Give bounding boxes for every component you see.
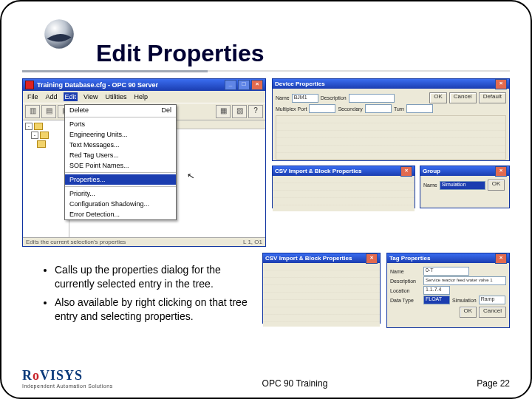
ok-button[interactable]: OK [429, 92, 447, 103]
divider-accent [22, 70, 208, 72]
group-name-input[interactable]: Simulation [440, 182, 468, 187]
toolbar-icon[interactable]: ▤ [41, 105, 56, 118]
default-button[interactable]: Default [479, 92, 506, 103]
footer-page: Page 22 [477, 378, 510, 389]
close-button[interactable]: × [366, 253, 378, 264]
group-dialog: Group× Name Simulation OK [420, 166, 510, 208]
close-button[interactable]: × [495, 253, 507, 264]
tree-pane: - - [23, 120, 69, 237]
menu-utilities[interactable]: Utilities [103, 92, 128, 101]
close-button[interactable]: × [400, 166, 412, 177]
menu-item[interactable]: SOE Point Names... [65, 160, 176, 171]
bullet-item: Also available by right clicking on that… [55, 296, 256, 324]
rovisys-logo: RoVISYS Independent Automation Solutions [22, 368, 113, 389]
toolbar-icon[interactable]: ▧ [232, 105, 247, 118]
name-input[interactable]: BJM1 [292, 94, 318, 103]
menu-item[interactable]: Configuration Shadowing... [65, 199, 176, 209]
secondary-input[interactable] [365, 104, 392, 113]
menu-item-delete[interactable]: Delete Del [65, 105, 176, 115]
toolbar-icon[interactable]: ▥ [25, 105, 40, 118]
minimize-button[interactable]: _ [225, 80, 236, 90]
expand-icon[interactable]: - [25, 123, 33, 130]
tag-type-input[interactable]: FLOAT [424, 296, 443, 301]
cancel-button[interactable]: Cancel [449, 92, 477, 103]
sphere-logo [43, 18, 75, 50]
maximize-button[interactable]: □ [238, 80, 250, 90]
dialog-title: CSV Import & Block Properties [265, 255, 352, 262]
dialog-title: Group [423, 168, 440, 174]
help-icon[interactable]: ? [248, 105, 263, 118]
footer: RoVISYS Independent Automation Solutions… [22, 368, 510, 389]
menu-item[interactable]: Text Messages... [65, 140, 176, 150]
device-properties-dialog: Device Properties × Name BJM1 Descriptio… [272, 78, 510, 161]
menu-help[interactable]: Help [132, 92, 149, 101]
dialog-title: CSV Import & Block Properties [275, 168, 361, 174]
dialog-title: Tag Properties [389, 255, 430, 262]
tag-sim-input[interactable]: Ramp [479, 296, 505, 304]
menu-view[interactable]: View [82, 92, 99, 101]
close-button[interactable]: × [495, 79, 507, 89]
desc-input[interactable] [349, 94, 395, 103]
edit-dropdown: Delete Del PortsEngineering Units...Text… [64, 104, 177, 220]
app-icon [25, 81, 34, 89]
tag-desc-input[interactable]: Service reactor feed water valve 1 [423, 276, 506, 285]
window-title: Training Database.cfg - OPC 90 Server [37, 81, 158, 89]
status-pos: L 1, O1 [243, 239, 262, 245]
status-bar: Edits the current selection's properties… [23, 237, 265, 246]
ok-button[interactable]: OK [460, 307, 477, 318]
menu-file[interactable]: File [26, 92, 40, 101]
right-shots: Device Properties × Name BJM1 Descriptio… [272, 78, 510, 247]
ok-button[interactable]: OK [488, 180, 505, 191]
device-options-area [276, 115, 506, 160]
toolbar-icon[interactable]: ▦ [216, 105, 231, 118]
item-icon[interactable] [37, 140, 46, 148]
menu-item[interactable]: Ports [65, 119, 176, 129]
slide: Edit Properties Training Database.cfg - … [0, 0, 532, 399]
menu-item[interactable]: Red Tag Users... [65, 150, 176, 160]
slide-title: Edit Properties [96, 40, 510, 67]
folder-icon [34, 123, 43, 130]
port-input[interactable] [309, 104, 335, 113]
bullet-list: Calls up the properties dialog for the c… [25, 263, 256, 328]
tag-properties-dialog: Tag Properties× Name0-T DescriptionServi… [386, 253, 510, 328]
dialog-title: Device Properties [275, 81, 325, 87]
opc90-window: Training Database.cfg - OPC 90 Server _ … [22, 78, 266, 247]
tag-loc-input[interactable]: 1.1.7.4 [423, 286, 450, 295]
csv-block-dialog: CSV Import & Block Properties× [262, 253, 381, 324]
menu-add[interactable]: Add [44, 92, 59, 101]
menu-item[interactable]: Error Detection... [65, 209, 176, 219]
expand-icon[interactable]: - [31, 132, 38, 139]
turn-input[interactable] [406, 104, 433, 113]
tag-name-input[interactable]: 0-T [423, 267, 469, 276]
menu-edit[interactable]: Edit [64, 92, 78, 101]
menubar: File Add Edit View Utilities Help [23, 91, 265, 103]
menu-item[interactable]: Priority... [65, 188, 176, 199]
footer-center: OPC 90 Training [262, 378, 328, 389]
lower-row: Calls up the properties dialog for the c… [22, 253, 510, 328]
opc90-window-shot: Training Database.cfg - OPC 90 Server _ … [22, 78, 266, 247]
close-button[interactable]: × [251, 80, 263, 90]
bullet-item: Calls up the properties dialog for the c… [55, 263, 256, 291]
close-button[interactable]: × [495, 166, 507, 177]
menu-item[interactable]: Engineering Units... [65, 129, 176, 140]
csv-import-dialog: CSV Import & Block Properties× [272, 166, 415, 208]
status-text: Edits the current selection's properties [26, 239, 126, 245]
folder-icon [40, 132, 49, 139]
cancel-button[interactable]: Cancel [479, 307, 506, 318]
titlebar: Training Database.cfg - OPC 90 Server _ … [23, 79, 265, 91]
screenshot-row: Training Database.cfg - OPC 90 Server _ … [22, 78, 510, 247]
menu-item-properties[interactable]: Properties... [65, 174, 176, 185]
